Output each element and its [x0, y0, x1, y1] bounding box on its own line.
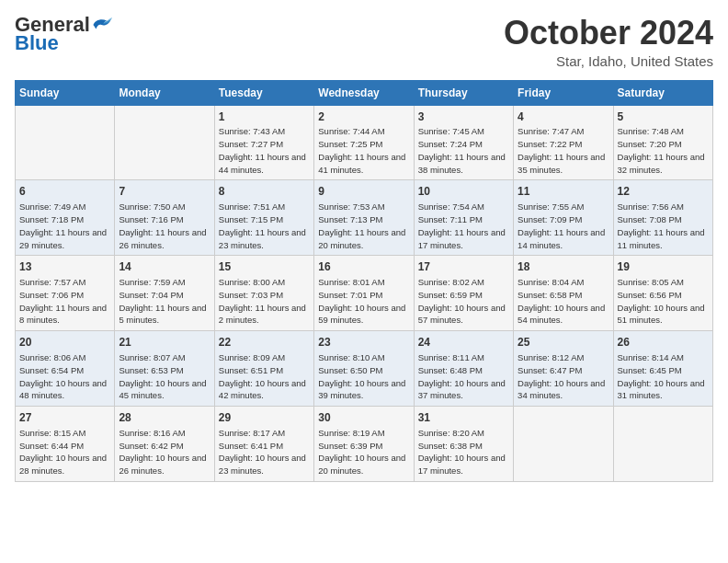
logo: General Blue	[15, 15, 112, 53]
cell-content: Sunrise: 7:56 AM Sunset: 7:08 PM Dayligh…	[618, 201, 709, 251]
calendar-cell	[613, 407, 712, 482]
cell-content: Sunrise: 7:43 AM Sunset: 7:27 PM Dayligh…	[219, 125, 310, 176]
calendar-cell: 8Sunrise: 7:51 AM Sunset: 7:15 PM Daylig…	[214, 180, 313, 256]
calendar-cell	[16, 105, 115, 180]
calendar-cell: 23Sunrise: 8:10 AM Sunset: 6:50 PM Dayli…	[314, 331, 414, 407]
day-header-tuesday: Tuesday	[214, 80, 313, 105]
cell-content: Sunrise: 7:44 AM Sunset: 7:25 PM Dayligh…	[318, 125, 409, 176]
cell-content: Sunrise: 8:19 AM Sunset: 6:39 PM Dayligh…	[318, 427, 409, 477]
calendar-cell: 18Sunrise: 8:04 AM Sunset: 6:58 PM Dayli…	[514, 256, 613, 331]
day-number: 13	[19, 259, 110, 275]
calendar-cell: 4Sunrise: 7:47 AM Sunset: 7:22 PM Daylig…	[514, 105, 613, 180]
day-number: 27	[19, 410, 110, 426]
calendar-cell: 10Sunrise: 7:54 AM Sunset: 7:11 PM Dayli…	[414, 180, 513, 256]
day-number: 19	[618, 259, 709, 275]
calendar-cell: 19Sunrise: 8:05 AM Sunset: 6:56 PM Dayli…	[613, 256, 712, 331]
cell-content: Sunrise: 8:02 AM Sunset: 6:59 PM Dayligh…	[418, 276, 509, 327]
calendar-cell: 21Sunrise: 8:07 AM Sunset: 6:53 PM Dayli…	[115, 331, 214, 407]
day-number: 28	[119, 410, 210, 426]
cell-content: Sunrise: 7:59 AM Sunset: 7:04 PM Dayligh…	[119, 276, 210, 327]
cell-content: Sunrise: 8:06 AM Sunset: 6:54 PM Dayligh…	[19, 351, 110, 402]
day-number: 8	[219, 184, 310, 200]
calendar-cell: 15Sunrise: 8:00 AM Sunset: 7:03 PM Dayli…	[214, 256, 313, 331]
day-number: 9	[318, 184, 409, 200]
calendar-cell: 13Sunrise: 7:57 AM Sunset: 7:06 PM Dayli…	[16, 256, 115, 331]
day-number: 2	[318, 109, 409, 125]
calendar-cell: 17Sunrise: 8:02 AM Sunset: 6:59 PM Dayli…	[414, 256, 513, 331]
day-number: 15	[219, 259, 310, 275]
day-number: 12	[618, 184, 709, 200]
calendar-cell: 7Sunrise: 7:50 AM Sunset: 7:16 PM Daylig…	[115, 180, 214, 256]
day-number: 14	[119, 259, 210, 275]
day-number: 1	[219, 109, 310, 125]
cell-content: Sunrise: 8:14 AM Sunset: 6:45 PM Dayligh…	[618, 351, 709, 402]
day-number: 17	[418, 259, 509, 275]
calendar-header-row: SundayMondayTuesdayWednesdayThursdayFrid…	[16, 80, 713, 105]
calendar-cell: 16Sunrise: 8:01 AM Sunset: 7:01 PM Dayli…	[314, 256, 414, 331]
day-number: 4	[518, 109, 609, 125]
cell-content: Sunrise: 8:10 AM Sunset: 6:50 PM Dayligh…	[318, 351, 409, 402]
calendar-cell: 1Sunrise: 7:43 AM Sunset: 7:27 PM Daylig…	[214, 105, 313, 180]
calendar-cell: 11Sunrise: 7:55 AM Sunset: 7:09 PM Dayli…	[514, 180, 613, 256]
day-header-wednesday: Wednesday	[314, 80, 414, 105]
calendar-week-5: 27Sunrise: 8:15 AM Sunset: 6:44 PM Dayli…	[16, 407, 713, 482]
calendar-cell: 6Sunrise: 7:49 AM Sunset: 7:18 PM Daylig…	[16, 180, 115, 256]
cell-content: Sunrise: 7:49 AM Sunset: 7:18 PM Dayligh…	[19, 201, 110, 251]
cell-content: Sunrise: 8:09 AM Sunset: 6:51 PM Dayligh…	[219, 351, 310, 402]
cell-content: Sunrise: 7:53 AM Sunset: 7:13 PM Dayligh…	[318, 201, 409, 251]
day-number: 3	[418, 109, 509, 125]
logo-bird-icon	[92, 17, 112, 33]
day-header-thursday: Thursday	[414, 80, 513, 105]
day-header-monday: Monday	[115, 80, 214, 105]
page-header: General Blue October 2024 Star, Idaho, U…	[15, 15, 713, 69]
day-header-saturday: Saturday	[613, 80, 712, 105]
calendar-week-1: 1Sunrise: 7:43 AM Sunset: 7:27 PM Daylig…	[16, 105, 713, 180]
cell-content: Sunrise: 7:47 AM Sunset: 7:22 PM Dayligh…	[518, 125, 609, 176]
day-number: 26	[618, 335, 709, 350]
day-number: 18	[518, 259, 609, 275]
day-number: 5	[618, 109, 709, 125]
calendar-cell: 9Sunrise: 7:53 AM Sunset: 7:13 PM Daylig…	[314, 180, 414, 256]
day-number: 20	[19, 335, 110, 350]
day-number: 24	[418, 335, 509, 350]
calendar-cell: 14Sunrise: 7:59 AM Sunset: 7:04 PM Dayli…	[115, 256, 214, 331]
cell-content: Sunrise: 8:11 AM Sunset: 6:48 PM Dayligh…	[418, 351, 509, 402]
cell-content: Sunrise: 8:00 AM Sunset: 7:03 PM Dayligh…	[219, 276, 310, 327]
location-subtitle: Star, Idaho, United States	[504, 53, 713, 69]
day-number: 6	[19, 184, 110, 200]
cell-content: Sunrise: 8:12 AM Sunset: 6:47 PM Dayligh…	[518, 351, 609, 402]
calendar-week-2: 6Sunrise: 7:49 AM Sunset: 7:18 PM Daylig…	[16, 180, 713, 256]
calendar-cell	[514, 407, 613, 482]
cell-content: Sunrise: 7:54 AM Sunset: 7:11 PM Dayligh…	[418, 201, 509, 251]
day-number: 23	[318, 335, 409, 350]
day-header-friday: Friday	[514, 80, 613, 105]
cell-content: Sunrise: 8:16 AM Sunset: 6:42 PM Dayligh…	[119, 427, 210, 477]
day-number: 7	[119, 184, 210, 200]
calendar-cell: 12Sunrise: 7:56 AM Sunset: 7:08 PM Dayli…	[613, 180, 712, 256]
calendar-cell: 26Sunrise: 8:14 AM Sunset: 6:45 PM Dayli…	[613, 331, 712, 407]
cell-content: Sunrise: 8:15 AM Sunset: 6:44 PM Dayligh…	[19, 427, 110, 477]
day-number: 10	[418, 184, 509, 200]
calendar-week-4: 20Sunrise: 8:06 AM Sunset: 6:54 PM Dayli…	[16, 331, 713, 407]
cell-content: Sunrise: 7:55 AM Sunset: 7:09 PM Dayligh…	[518, 201, 609, 251]
calendar-cell: 25Sunrise: 8:12 AM Sunset: 6:47 PM Dayli…	[514, 331, 613, 407]
calendar-cell: 27Sunrise: 8:15 AM Sunset: 6:44 PM Dayli…	[16, 407, 115, 482]
logo-blue-text: Blue	[15, 33, 59, 53]
day-number: 16	[318, 259, 409, 275]
calendar-cell	[115, 105, 214, 180]
day-number: 21	[119, 335, 210, 350]
calendar-cell: 2Sunrise: 7:44 AM Sunset: 7:25 PM Daylig…	[314, 105, 414, 180]
day-number: 30	[318, 410, 409, 426]
calendar-cell: 20Sunrise: 8:06 AM Sunset: 6:54 PM Dayli…	[16, 331, 115, 407]
calendar-cell: 31Sunrise: 8:20 AM Sunset: 6:38 PM Dayli…	[414, 407, 513, 482]
cell-content: Sunrise: 8:07 AM Sunset: 6:53 PM Dayligh…	[119, 351, 210, 402]
calendar-table: SundayMondayTuesdayWednesdayThursdayFrid…	[15, 80, 713, 482]
day-number: 25	[518, 335, 609, 350]
calendar-cell: 29Sunrise: 8:17 AM Sunset: 6:41 PM Dayli…	[214, 407, 313, 482]
day-number: 31	[418, 410, 509, 426]
calendar-cell: 22Sunrise: 8:09 AM Sunset: 6:51 PM Dayli…	[214, 331, 313, 407]
cell-content: Sunrise: 7:50 AM Sunset: 7:16 PM Dayligh…	[119, 201, 210, 251]
cell-content: Sunrise: 8:05 AM Sunset: 6:56 PM Dayligh…	[618, 276, 709, 327]
cell-content: Sunrise: 7:45 AM Sunset: 7:24 PM Dayligh…	[418, 125, 509, 176]
day-header-sunday: Sunday	[16, 80, 115, 105]
